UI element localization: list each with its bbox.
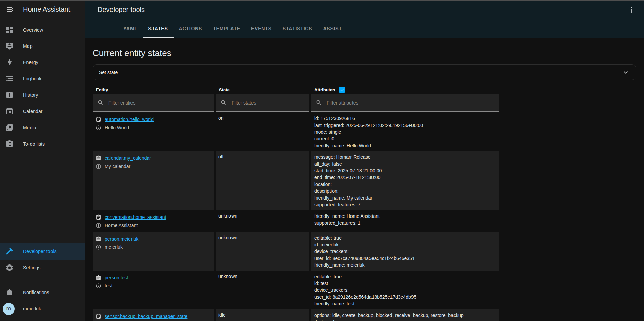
attributes-cell: editable: trueid: meierlukdevice_tracker… (311, 232, 499, 271)
sidebar-item-label: History (23, 92, 38, 98)
attribute-line: editable: true (314, 273, 495, 280)
attribute-line: id: meierluk (314, 241, 495, 248)
filter-states-cell (216, 94, 309, 112)
sidebar-item-notifications[interactable]: Notifications (0, 284, 85, 301)
column-header-attributes: Attributes (311, 87, 499, 93)
filter-row (93, 94, 499, 112)
sidebar-item-calendar[interactable]: Calendar (0, 103, 85, 119)
attribute-line: user_id: 8ec7ca7409304a5ea54c1f24b646e35… (314, 255, 495, 262)
search-icon (220, 99, 227, 106)
entity-link[interactable]: person.test (105, 275, 128, 280)
entity-friendly-name: test (105, 283, 113, 288)
entity-cell: sensor.backup_backup_manager_state Backu… (93, 309, 214, 321)
filter-entities-input[interactable] (108, 100, 210, 106)
app-header: Developer tools YAMLSTATESACTIONSTEMPLAT… (85, 0, 644, 38)
entity-name-line: My calendar (96, 162, 211, 170)
tab-assist[interactable]: ASSIST (318, 19, 347, 38)
overflow-menu-icon[interactable] (628, 6, 636, 14)
attributes-header-label: Attributes (314, 87, 335, 92)
attribute-line: friendly_name: test (314, 300, 495, 307)
filter-states-input[interactable] (232, 100, 305, 106)
copy-entity-id-icon[interactable] (96, 314, 101, 319)
info-icon (96, 125, 101, 131)
state-cell: idle (216, 309, 309, 321)
state-cell: unknown (216, 271, 309, 309)
sidebar-item-history[interactable]: History (0, 87, 85, 103)
tab-yaml[interactable]: YAML (118, 19, 143, 38)
sidebar-item-settings[interactable]: Settings (0, 260, 85, 276)
notifications-label: Notifications (23, 290, 49, 295)
sidebar-toggle-icon[interactable] (6, 5, 14, 14)
attributes-cell: id: 1751230926816last_triggered: 2025-06… (311, 113, 499, 151)
sidebar-item-media[interactable]: Media (0, 119, 85, 136)
tab-statistics[interactable]: STATISTICS (277, 19, 318, 38)
copy-entity-id-icon[interactable] (96, 155, 101, 161)
entity-name-line: test (96, 282, 211, 290)
app-title: Home Assistant (23, 5, 70, 13)
play-box-multiple-icon (5, 124, 14, 132)
attribute-line: mode: single (314, 129, 495, 135)
table-row: calendar.my_calendar My calendar off mes… (93, 151, 499, 210)
entity-link[interactable]: automation.hello_world (105, 117, 154, 122)
sidebar-item-label: To-do lists (23, 141, 45, 147)
main-panel: Developer tools YAMLSTATESACTIONSTEMPLAT… (85, 0, 644, 321)
cog-icon (5, 264, 14, 272)
sidebar-item-to-do-lists[interactable]: To-do lists (0, 136, 85, 152)
tab-events[interactable]: EVENTS (246, 19, 277, 38)
entity-states-table: Entity State Attributes (93, 85, 499, 321)
entity-cell: person.meierluk meierluk (93, 232, 214, 271)
copy-entity-id-icon[interactable] (96, 275, 101, 281)
info-icon (96, 283, 101, 289)
sidebar-item-map[interactable]: Map (0, 38, 85, 54)
page-title: Current entity states (93, 47, 636, 59)
chart-box-icon (5, 91, 14, 99)
sidebar-user[interactable]: m meierluk (0, 301, 85, 317)
attribute-line: supported_features: 1 (314, 220, 495, 226)
copy-entity-id-icon[interactable] (96, 236, 101, 242)
attribute-line: device_trackers: (314, 248, 495, 255)
table-row: person.test test unknown editable: truei… (93, 271, 499, 309)
entity-link[interactable]: person.meierluk (105, 236, 139, 242)
search-icon (97, 99, 104, 106)
attribute-line: all_day: false (314, 160, 495, 167)
lightning-bolt-icon (5, 58, 14, 67)
attribute-line: supported_features: 7 (314, 201, 495, 208)
entity-friendly-name: Home Assistant (105, 223, 138, 228)
format-list-bulleted-icon (5, 75, 14, 83)
tab-actions[interactable]: ACTIONS (174, 19, 208, 38)
sidebar-item-overview[interactable]: Overview (0, 22, 85, 38)
copy-entity-id-icon[interactable] (96, 117, 101, 122)
entity-link[interactable]: sensor.backup_backup_manager_state (105, 314, 187, 319)
info-icon (96, 223, 101, 228)
view-dashboard-icon (5, 26, 14, 34)
sidebar-bottom: Developer tools Settings Notifications m… (0, 243, 85, 321)
attributes-cell: message: Homarr Releaseall_day: falsesta… (311, 151, 499, 210)
sidebar-header: Home Assistant (0, 0, 85, 19)
tab-template[interactable]: TEMPLATE (207, 19, 246, 38)
attributes-checkbox[interactable] (339, 87, 345, 93)
sidebar-item-logbook[interactable]: Logbook (0, 71, 85, 87)
sidebar-nav: Overview Map Energy Logbook History Cale… (0, 19, 85, 152)
set-state-expander[interactable]: Set state (93, 64, 636, 80)
entity-id-line: person.test (96, 273, 211, 282)
state-cell: unknown (216, 232, 309, 271)
entity-id-line: calendar.my_calendar (96, 154, 211, 162)
copy-entity-id-icon[interactable] (96, 214, 101, 220)
table-row: sensor.backup_backup_manager_state Backu… (93, 309, 499, 321)
sidebar-item-developer-tools[interactable]: Developer tools (0, 243, 85, 260)
attributes-cell: editable: trueid: testdevice_trackers:us… (311, 271, 499, 309)
page-header-title: Developer tools (98, 6, 145, 14)
entity-link[interactable]: conversation.home_assistant (105, 214, 166, 220)
attribute-line: id: test (314, 280, 495, 287)
tab-states[interactable]: STATES (143, 19, 174, 38)
filter-attributes-input[interactable] (327, 100, 495, 106)
sidebar-item-label: Map (23, 43, 33, 49)
sidebar-item-energy[interactable]: Energy (0, 54, 85, 71)
attribute-line: friendly_name: Home Assistant (314, 213, 495, 220)
entity-id-line: person.meierluk (96, 235, 211, 243)
entity-name-line: Hello World (96, 124, 211, 132)
sidebar-divider (0, 280, 85, 280)
attributes-cell: friendly_name: Home Assistantsupported_f… (311, 210, 499, 232)
attribute-line: device_class: enum (314, 319, 495, 321)
entity-link[interactable]: calendar.my_calendar (105, 155, 151, 161)
